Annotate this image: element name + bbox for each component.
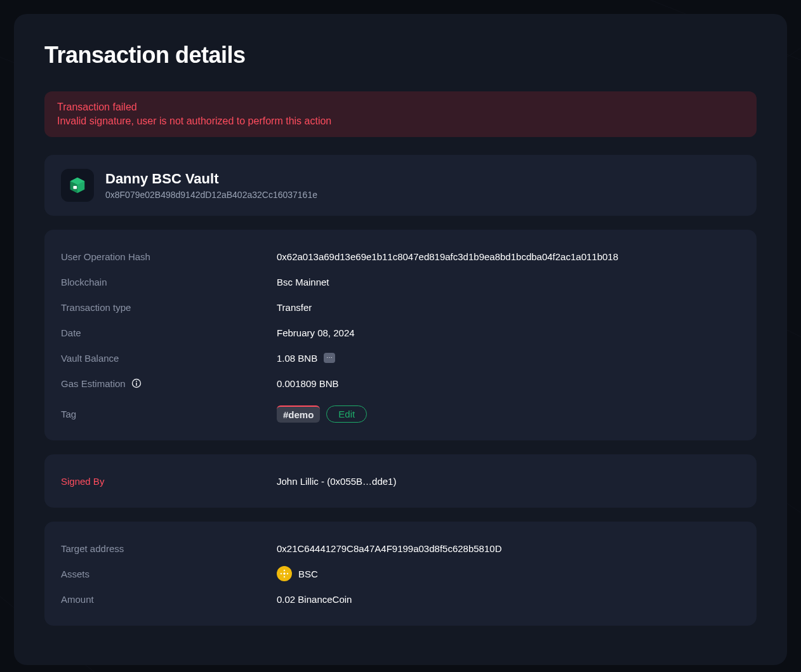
target-card: Target address 0x21C64441279C8a47A4F9199… [44,522,757,626]
svg-rect-9 [281,573,282,575]
transaction-panel: Transaction details Transaction failed I… [14,14,787,665]
label-tag: Tag [61,409,277,419]
value-target-address: 0x21C64441279C8a47A4F9199a03d8f5c628b581… [277,543,501,554]
label-tx-type: Transaction type [61,302,277,313]
svg-rect-8 [284,576,286,578]
row-blockchain: Blockchain Bsc Mainnet [61,269,740,294]
alert-title: Transaction failed [57,102,744,113]
balance-more-icon[interactable]: ⋯ [324,353,335,363]
error-alert: Transaction failed Invalid signature, us… [44,91,757,137]
page-title: Transaction details [44,42,757,69]
svg-point-5 [136,381,137,382]
label-blockchain: Blockchain [61,277,277,287]
label-target-address: Target address [61,543,277,554]
value-signed-by: John Lillic - (0x055B…dde1) [277,476,396,487]
label-balance: Vault Balance [61,353,277,364]
info-icon[interactable] [131,378,142,389]
svg-rect-7 [284,570,286,572]
row-tag: Tag #demo Edit [61,401,740,426]
label-amount: Amount [61,594,277,605]
signer-card: Signed By John Lillic - (0x055B…dde1) [44,454,757,508]
value-tx-type: Transfer [277,302,312,313]
row-tx-type: Transaction type Transfer [61,294,740,320]
value-gas: 0.001809 BNB [277,378,339,389]
label-date: Date [61,327,277,338]
row-user-op-hash: User Operation Hash 0x62a013a69d13e69e1b… [61,244,740,269]
row-assets: Assets BSC [61,561,740,586]
value-balance: 1.08 BNB [277,353,317,364]
svg-rect-11 [283,572,286,575]
row-signed-by: Signed By John Lillic - (0x055B…dde1) [61,468,740,494]
value-assets: BSC [298,569,318,579]
row-amount: Amount 0.02 BinanceCoin [61,586,740,612]
label-assets: Assets [61,569,277,579]
row-balance: Vault Balance 1.08 BNB ⋯ [61,345,740,371]
label-signed-by: Signed By [61,476,277,487]
vault-address: 0x8F079e02B498d9142dD12aB402a32Cc1603716… [105,190,317,200]
row-gas: Gas Estimation 0.001809 BNB [61,371,740,396]
label-gas: Gas Estimation [61,378,126,389]
vault-card: Danny BSC Vault 0x8F079e02B498d9142dD12a… [44,155,757,216]
bsc-asset-icon [277,566,292,581]
value-amount: 0.02 BinanceCoin [277,594,352,605]
svg-rect-3 [73,186,77,189]
vault-name: Danny BSC Vault [105,171,317,187]
alert-message: Invalid signature, user is not authorize… [57,115,744,127]
label-user-op-hash: User Operation Hash [61,251,277,262]
details-card: User Operation Hash 0x62a013a69d13e69e1b… [44,230,757,440]
value-blockchain: Bsc Mainnet [277,277,329,287]
vault-icon [61,169,94,202]
edit-tag-button[interactable]: Edit [326,405,367,423]
tag-chip: #demo [277,405,320,423]
row-target-address: Target address 0x21C64441279C8a47A4F9199… [61,536,740,561]
svg-rect-6 [136,383,137,386]
row-date: Date February 08, 2024 [61,320,740,345]
svg-rect-10 [287,573,289,575]
value-date: February 08, 2024 [277,327,355,338]
value-user-op-hash: 0x62a013a69d13e69e1b11c8047ed819afc3d1b9… [277,251,618,262]
